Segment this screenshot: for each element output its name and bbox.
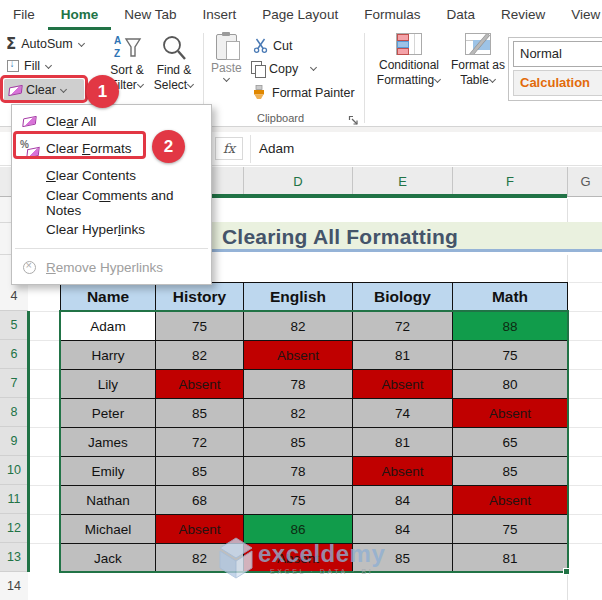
grade-cell[interactable]: 82 — [156, 544, 244, 573]
grade-cell[interactable]: 78 — [244, 370, 353, 399]
grade-cell[interactable]: Absent — [353, 370, 453, 399]
name-cell[interactable]: Harry — [61, 341, 156, 370]
menu-item-clear-contents[interactable]: Clear Contents — [12, 162, 211, 189]
column-header-cell-name[interactable]: Name — [61, 283, 156, 312]
grade-cell[interactable]: Absent — [353, 457, 453, 486]
name-cell[interactable]: Lily — [61, 370, 156, 399]
row-header-11[interactable]: 11 — [0, 485, 28, 514]
tab-review[interactable]: Review — [488, 0, 558, 30]
row-header-13[interactable]: 13 — [0, 543, 28, 572]
tab-data[interactable]: Data — [433, 0, 488, 30]
dialog-launcher-icon[interactable] — [348, 112, 360, 124]
grade-cell[interactable]: 72 — [353, 312, 453, 341]
column-header-cell-math[interactable]: Math — [453, 283, 568, 312]
name-cell[interactable]: Jack — [61, 544, 156, 573]
fill-handle[interactable] — [563, 568, 570, 575]
name-cell[interactable]: James — [61, 428, 156, 457]
format-as-table-button[interactable]: Format as Table — [447, 33, 509, 88]
row-header-6[interactable]: 6 — [0, 340, 28, 369]
grade-cell[interactable]: 85 — [156, 399, 244, 428]
eraser-icon — [8, 84, 23, 96]
grade-cell[interactable]: 74 — [353, 399, 453, 428]
grade-cell[interactable]: Absent — [156, 370, 244, 399]
clear-button[interactable]: Clear — [4, 79, 84, 101]
tab-home[interactable]: Home — [48, 0, 112, 30]
menu-item-remove-hyperlinks[interactable]: Remove Hyperlinks — [12, 254, 211, 281]
row-header-12[interactable]: 12 — [0, 514, 28, 543]
grade-cell[interactable]: 86 — [244, 515, 353, 544]
grade-cell[interactable]: 65 — [453, 428, 568, 457]
paste-button[interactable]: Paste — [211, 34, 242, 83]
grade-cell[interactable]: 80 — [453, 370, 568, 399]
column-header-D[interactable]: D — [243, 167, 352, 196]
chevron-down-icon — [137, 81, 144, 88]
chevron-down-icon — [223, 75, 230, 82]
grade-cell[interactable]: 82 — [244, 312, 353, 341]
row-header-14[interactable]: 14 — [0, 572, 28, 600]
grade-cell[interactable]: 82 — [156, 341, 244, 370]
name-cell[interactable]: Peter — [61, 399, 156, 428]
grade-cell[interactable]: Absent — [453, 399, 568, 428]
grade-cell[interactable]: 75 — [244, 486, 353, 515]
tab-page-layout[interactable]: Page Layout — [249, 0, 351, 30]
name-cell[interactable]: Adam — [61, 312, 156, 341]
copy-button[interactable]: Copy — [251, 61, 317, 76]
menu-item-clear-comments-and-notes[interactable]: Clear Comments and Notes — [12, 189, 211, 216]
autosum-button[interactable]: Σ AutoSum — [6, 35, 85, 53]
find-select-button[interactable]: Find & Select — [150, 33, 198, 93]
row-header-4[interactable]: 4 — [0, 282, 28, 311]
column-header-G[interactable]: G — [567, 167, 602, 196]
grade-cell[interactable]: 72 — [156, 428, 244, 457]
name-cell[interactable]: Michael — [61, 515, 156, 544]
grade-cell[interactable]: 75 — [453, 515, 568, 544]
grade-cell[interactable]: 82 — [244, 399, 353, 428]
grade-cell[interactable]: 78 — [244, 457, 353, 486]
grade-cell[interactable]: 84 — [353, 515, 453, 544]
grade-cell[interactable]: Absent — [156, 515, 244, 544]
formula-bar-value[interactable]: Adam — [259, 132, 294, 165]
conditional-formatting-button[interactable]: Conditional Formatting — [372, 33, 446, 88]
cell-style-normal[interactable]: Normal — [513, 41, 602, 67]
grade-cell[interactable]: 75 — [156, 312, 244, 341]
column-header-F[interactable]: F — [452, 167, 567, 196]
grade-cell[interactable]: Absent — [244, 544, 353, 573]
grade-cell[interactable]: 85 — [156, 457, 244, 486]
grade-cell[interactable]: 81 — [353, 341, 453, 370]
grade-cell[interactable]: 81 — [353, 428, 453, 457]
grade-cell[interactable]: 75 — [453, 341, 568, 370]
tab-file[interactable]: File — [0, 0, 48, 30]
grade-cell[interactable]: 85 — [453, 457, 568, 486]
tab-formulas[interactable]: Formulas — [351, 0, 433, 30]
name-cell[interactable]: Emily — [61, 457, 156, 486]
cut-button[interactable]: Cut — [253, 38, 292, 53]
column-header-cell-biology[interactable]: Biology — [353, 283, 453, 312]
grade-cell[interactable]: 84 — [353, 486, 453, 515]
tab-view[interactable]: View — [558, 0, 602, 30]
tab-new-tab[interactable]: New Tab — [111, 0, 189, 30]
grade-cell[interactable]: Absent — [453, 486, 568, 515]
grade-cell[interactable]: 85 — [353, 544, 453, 573]
column-header-E[interactable]: E — [352, 167, 452, 196]
fill-button[interactable]: Fill — [7, 59, 52, 73]
menu-item-clear-all[interactable]: Clear All — [12, 108, 211, 135]
column-header-cell-history[interactable]: History — [156, 283, 244, 312]
row-header-10[interactable]: 10 — [0, 456, 28, 485]
grade-cell[interactable]: 68 — [156, 486, 244, 515]
row-header-7[interactable]: 7 — [0, 369, 28, 398]
tab-insert[interactable]: Insert — [190, 0, 250, 30]
label-post: lear Contents — [56, 168, 136, 183]
grade-cell[interactable]: 85 — [244, 428, 353, 457]
label-post: inks — [121, 222, 145, 237]
fx-icon[interactable]: fx — [215, 137, 243, 160]
cell-style-calculation[interactable]: Calculation — [513, 70, 602, 96]
row-header-5[interactable]: 5 — [0, 311, 28, 340]
grade-cell[interactable]: Absent — [244, 341, 353, 370]
grade-cell[interactable]: 88 — [453, 312, 568, 341]
menu-item-clear-hyperlinks[interactable]: Clear Hyperlinks — [12, 216, 211, 243]
grade-cell[interactable]: 81 — [453, 544, 568, 573]
row-header-9[interactable]: 9 — [0, 427, 28, 456]
row-header-8[interactable]: 8 — [0, 398, 28, 427]
format-painter-button[interactable]: Format Painter — [250, 85, 355, 101]
column-header-cell-english[interactable]: English — [244, 283, 353, 312]
name-cell[interactable]: Nathan — [61, 486, 156, 515]
